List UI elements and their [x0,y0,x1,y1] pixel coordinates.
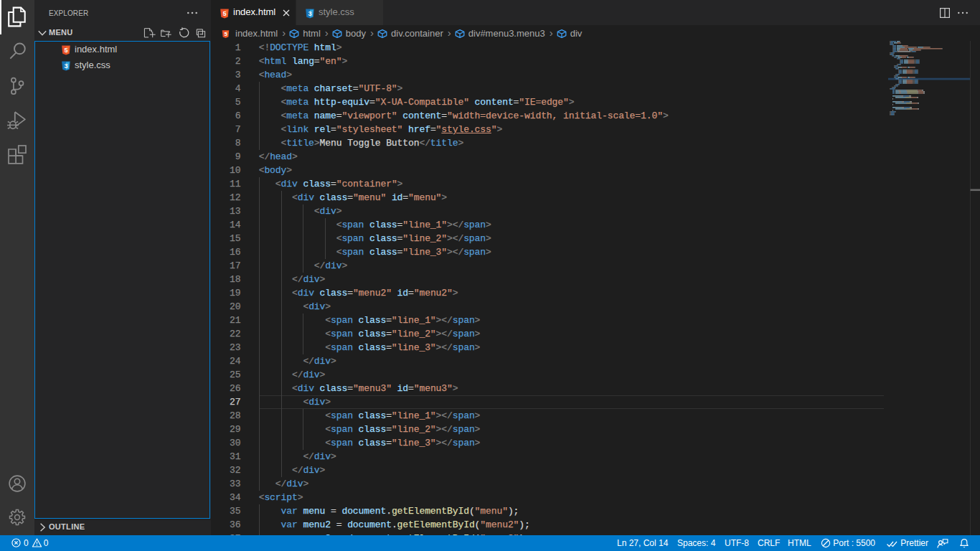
svg-text:3: 3 [64,62,67,69]
svg-text:5: 5 [64,46,67,53]
svg-text:5: 5 [222,9,226,17]
svg-text:3: 3 [308,9,311,17]
